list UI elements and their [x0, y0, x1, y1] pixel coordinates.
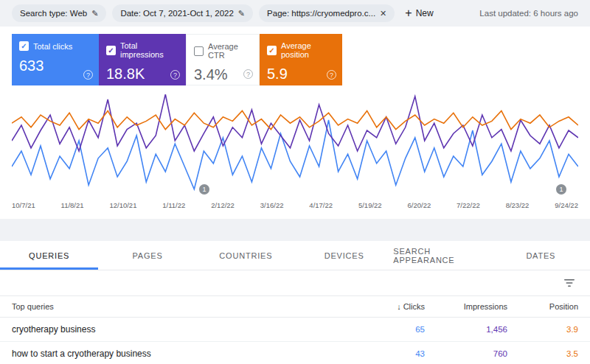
- total-clicks-label: Total clicks: [33, 42, 72, 51]
- tab-countries[interactable]: COUNTRIES: [197, 241, 295, 270]
- new-filter-button-label: New: [416, 8, 434, 18]
- total-impressions-card[interactable]: ✓ Total impressions 18.8K ?: [99, 34, 186, 85]
- close-icon[interactable]: ✕: [380, 9, 386, 18]
- average-position-value: 5.9: [267, 66, 335, 83]
- column-header-clicks[interactable]: ↓Clicks: [342, 302, 425, 311]
- x-axis-tick-label: 6/20/22: [408, 201, 431, 209]
- impressions-cell: 760: [425, 349, 507, 358]
- chart-annotation-marker[interactable]: 1: [556, 184, 566, 195]
- dimension-tabs: QUERIES PAGES COUNTRIES DEVICES SEARCH A…: [0, 241, 590, 270]
- date-range-chip[interactable]: Date: Oct 7, 2021-Oct 1, 2022 ✎: [112, 4, 253, 22]
- column-header-queries[interactable]: Top queries: [12, 302, 342, 311]
- edit-icon[interactable]: ✎: [91, 9, 98, 18]
- x-axis-tick-label: 11/8/21: [61, 201, 84, 209]
- new-filter-button[interactable]: + New: [405, 7, 433, 19]
- last-updated-text: Last updated: 6 hours ago: [479, 9, 578, 18]
- column-header-position[interactable]: Position: [507, 302, 578, 311]
- x-axis-tick-label: 7/22/22: [457, 201, 480, 209]
- help-icon[interactable]: ?: [243, 69, 253, 79]
- help-icon[interactable]: ?: [83, 70, 93, 80]
- metric-cards: ✓ Total clicks 633 ? ✓ Total impressions…: [12, 34, 578, 85]
- x-axis-tick-label: 2/12/22: [211, 201, 235, 209]
- chart-line-average-position: [12, 111, 578, 129]
- column-header-impressions[interactable]: Impressions: [425, 302, 507, 311]
- search-type-chip[interactable]: Search type: Web ✎: [12, 4, 106, 22]
- query-cell[interactable]: cryotherapy business: [12, 324, 342, 335]
- clicks-cell: 43: [342, 349, 425, 358]
- x-axis-tick-label: 5/19/22: [358, 201, 382, 209]
- tab-devices[interactable]: DEVICES: [295, 241, 393, 270]
- tab-queries[interactable]: QUERIES: [0, 241, 98, 270]
- panel-gap: [0, 219, 590, 241]
- average-position-card[interactable]: ✓ Average position 5.9 ?: [260, 34, 342, 85]
- average-position-checkbox[interactable]: ✓: [267, 46, 277, 55]
- x-axis-tick-label: 4/17/22: [309, 201, 333, 209]
- performance-chart[interactable]: 11: [12, 94, 578, 197]
- performance-chart-svg: [12, 94, 578, 197]
- tab-dates[interactable]: DATES: [492, 241, 590, 270]
- tab-pages[interactable]: PAGES: [98, 241, 196, 270]
- x-axis-labels: 10/7/2111/8/2112/10/211/11/222/12/223/16…: [12, 197, 578, 216]
- average-ctr-label: Average CTR: [208, 42, 251, 60]
- total-clicks-checkbox[interactable]: ✓: [19, 41, 29, 51]
- x-axis-tick-label: 1/11/22: [162, 201, 185, 209]
- table-row[interactable]: cryotherapy business 65 1,456 3.9: [0, 318, 590, 342]
- average-ctr-card[interactable]: Average CTR 3.4% ?: [186, 34, 260, 85]
- help-icon[interactable]: ?: [327, 70, 336, 80]
- total-impressions-value: 18.8K: [106, 66, 178, 83]
- x-axis-tick-label: 10/7/21: [12, 201, 35, 209]
- clicks-cell: 65: [342, 325, 425, 334]
- table-toolbar: [0, 270, 590, 295]
- search-type-chip-label: Search type: Web: [20, 9, 87, 18]
- position-cell: 3.9: [507, 325, 578, 334]
- top-filter-bar: Search type: Web ✎ Date: Oct 7, 2021-Oct…: [0, 0, 590, 27]
- total-clicks-value: 633: [19, 57, 91, 74]
- plus-icon: +: [405, 7, 412, 19]
- tab-search-appearance[interactable]: SEARCH APPEARANCE: [393, 241, 491, 270]
- chart-line-clicks: [12, 120, 578, 189]
- filter-icon[interactable]: [563, 278, 575, 288]
- dimensions-panel: QUERIES PAGES COUNTRIES DEVICES SEARCH A…: [0, 241, 590, 364]
- total-clicks-card[interactable]: ✓ Total clicks 633 ?: [12, 34, 99, 85]
- x-axis-tick-label: 12/10/21: [109, 201, 136, 209]
- impressions-cell: 1,456: [425, 325, 507, 334]
- date-range-chip-label: Date: Oct 7, 2021-Oct 1, 2022: [120, 9, 233, 18]
- position-cell: 3.5: [507, 349, 578, 358]
- x-axis-tick-label: 3/16/22: [260, 201, 284, 209]
- help-icon[interactable]: ?: [170, 70, 180, 80]
- chart-annotation-marker[interactable]: 1: [199, 184, 209, 195]
- page-filter-chip[interactable]: Page: https://cryomedpro.c... ✕: [259, 4, 395, 22]
- average-position-label: Average position: [281, 41, 335, 59]
- table-row[interactable]: how to start a cryotherapy business 43 7…: [0, 342, 590, 364]
- edit-icon[interactable]: ✎: [238, 9, 245, 18]
- query-cell[interactable]: how to start a cryotherapy business: [12, 349, 342, 359]
- total-impressions-label: Total impressions: [120, 41, 178, 59]
- x-axis-tick-label: 9/24/22: [555, 201, 578, 209]
- total-impressions-checkbox[interactable]: ✓: [106, 46, 116, 55]
- average-ctr-checkbox[interactable]: [194, 46, 204, 56]
- page-filter-chip-label: Page: https://cryomedpro.c...: [267, 9, 375, 18]
- x-axis-tick-label: 8/23/22: [506, 201, 530, 209]
- performance-panel: ✓ Total clicks 633 ? ✓ Total impressions…: [0, 27, 590, 219]
- table-header-row: Top queries ↓Clicks Impressions Position: [0, 295, 590, 318]
- sort-desc-icon: ↓: [397, 302, 401, 311]
